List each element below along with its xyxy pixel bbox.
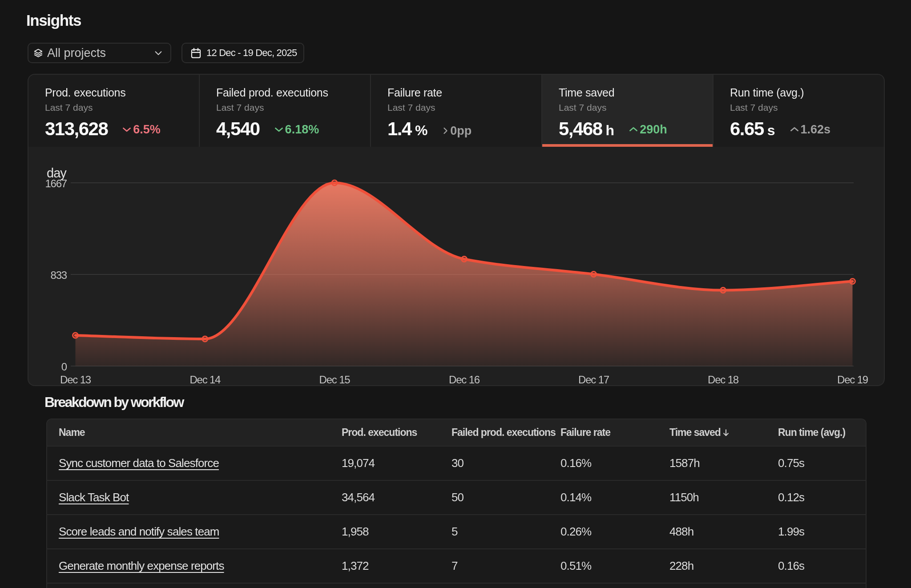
svg-text:Dec 13: Dec 13 bbox=[60, 374, 91, 384]
svg-text:Dec 16: Dec 16 bbox=[449, 374, 480, 384]
svg-text:Dec 18: Dec 18 bbox=[708, 374, 739, 384]
svg-text:Dec 15: Dec 15 bbox=[319, 374, 351, 384]
svg-text:833: 833 bbox=[51, 269, 67, 281]
svg-text:1667: 1667 bbox=[45, 177, 67, 189]
svg-text:0: 0 bbox=[61, 361, 67, 373]
svg-text:Dec 14: Dec 14 bbox=[189, 374, 221, 384]
svg-text:Dec 19: Dec 19 bbox=[837, 374, 868, 384]
svg-text:Dec 17: Dec 17 bbox=[578, 374, 609, 384]
